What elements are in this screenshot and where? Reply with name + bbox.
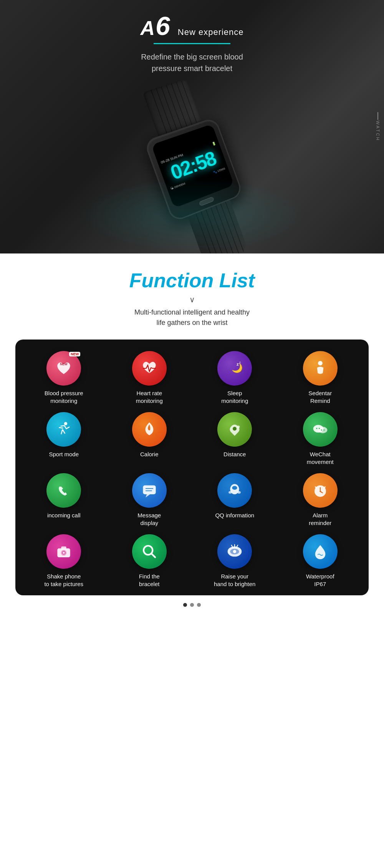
function-icon-blood-pressure: NEWNEW: [46, 351, 81, 386]
hero-tagline: New experience: [178, 27, 244, 37]
hero-underline: [154, 43, 230, 44]
function-item-distance: Distance: [194, 412, 276, 465]
watch-time: 02:58: [168, 148, 218, 183]
function-label-camera: Shake phoneto take pictures: [44, 573, 83, 588]
svg-point-12: [321, 429, 322, 431]
function-icon-sedentary: [303, 351, 338, 386]
svg-point-29: [63, 552, 65, 554]
side-label: WATCH: [376, 112, 380, 141]
svg-line-31: [151, 553, 155, 557]
function-icon-camera: [46, 534, 81, 569]
function-item-sleep: 🌙zzSleepmonitoring: [194, 351, 276, 404]
function-label-raise-hand: Raise yourhand to brighten: [214, 573, 255, 588]
function-item-camera: Shake phoneto take pictures: [23, 534, 105, 588]
watch-battery: 🔋: [211, 141, 216, 146]
function-icon-raise-hand: [217, 534, 252, 569]
function-label-message: Messagedisplay: [137, 512, 161, 527]
function-label-sleep: Sleepmonitoring: [221, 389, 248, 404]
function-item-incoming-call: incoming call: [23, 473, 105, 527]
pagination-dots: [8, 603, 376, 615]
svg-point-6: [233, 427, 237, 431]
function-item-message: Messagedisplay: [109, 473, 190, 527]
watch-screen: 05-28 SUN PM 🔋 02:58 🌤 08H06M 🐾 15566: [151, 124, 234, 208]
svg-text:z: z: [239, 361, 241, 364]
function-item-blood-pressure: NEWNEWBlood pressuremonitoring: [23, 351, 105, 404]
svg-point-11: [319, 428, 320, 429]
new-badge: NEW: [69, 352, 80, 356]
function-icon-heart-rate: [132, 351, 167, 386]
svg-point-34: [233, 550, 236, 553]
function-icon-distance: [217, 412, 252, 447]
function-icon-waterproof: [303, 534, 338, 569]
function-icon-message: [132, 473, 167, 508]
function-label-sedentary: SedentarRemind: [308, 389, 332, 404]
function-item-sedentary: SedentarRemind: [280, 351, 361, 404]
svg-point-24: [319, 491, 321, 492]
svg-text:z: z: [237, 361, 239, 366]
function-label-incoming-call: incoming call: [47, 512, 81, 519]
pagination-dot-2[interactable]: [190, 603, 194, 607]
function-item-raise-hand: Raise yourhand to brighten: [194, 534, 276, 588]
svg-point-10: [316, 428, 317, 429]
function-item-waterproof: WaterproofIP67: [280, 534, 361, 588]
function-label-alarm: Alarmreminder: [309, 512, 331, 527]
function-list-title: Function List: [8, 269, 376, 292]
svg-point-18: [232, 486, 237, 490]
function-label-sport: Sport mode: [49, 451, 79, 458]
hero-subtitle: Redefine the big screen blood pressure s…: [141, 51, 243, 74]
side-label-text: WATCH: [376, 121, 380, 141]
svg-point-19: [228, 491, 232, 494]
svg-point-9: [318, 427, 327, 433]
function-label-find-bracelet: Find thebracelet: [139, 573, 160, 588]
function-label-wechat: WeChatmovement: [307, 451, 334, 465]
svg-point-13: [323, 429, 324, 431]
function-item-alarm: Alarmreminder: [280, 473, 361, 527]
svg-text:NEW: NEW: [60, 362, 68, 366]
pagination-dot-3[interactable]: [197, 603, 201, 607]
hero-model: A6: [140, 11, 170, 41]
function-section: Function List ∨ Multi-functional intelli…: [0, 253, 384, 622]
function-item-qq: QQ information: [194, 473, 276, 527]
function-icon-alarm: [303, 473, 338, 508]
function-icon-sport: [46, 412, 81, 447]
function-grid: NEWNEWBlood pressuremonitoringHeart rate…: [23, 351, 361, 588]
function-label-heart-rate: Heart ratemonitoring: [136, 389, 163, 404]
function-label-blood-pressure: Blood pressuremonitoring: [45, 389, 83, 404]
svg-point-20: [238, 491, 241, 494]
svg-rect-26: [61, 547, 66, 550]
hero-section: A6 New experience Redefine the big scree…: [0, 0, 384, 253]
function-item-calorie: Calorie: [109, 412, 190, 465]
function-chevron: ∨: [8, 295, 376, 304]
function-label-distance: Distance: [223, 451, 246, 458]
function-icon-wechat: [303, 412, 338, 447]
function-icon-find-bracelet: [132, 534, 167, 569]
watch-illustration: 05-28 SUN PM 🔋 02:58 🌤 08H06M 🐾 15566: [112, 70, 267, 253]
pagination-dot-1[interactable]: [183, 603, 187, 607]
watch-container: 05-28 SUN PM 🔋 02:58 🌤 08H06M 🐾 15566: [96, 61, 288, 253]
svg-point-5: [64, 422, 67, 425]
function-card: NEWNEWBlood pressuremonitoringHeart rate…: [15, 340, 369, 595]
function-label-calorie: Calorie: [140, 451, 159, 458]
function-label-waterproof: WaterproofIP67: [306, 573, 334, 588]
side-label-line: [377, 112, 378, 120]
function-subtitle: Multi-functional intelligent and healthy…: [8, 307, 376, 328]
function-icon-calorie: [132, 412, 167, 447]
watch-button: [199, 197, 214, 207]
function-icon-sleep: 🌙zz: [217, 351, 252, 386]
function-item-heart-rate: Heart ratemonitoring: [109, 351, 190, 404]
function-icon-qq: [217, 473, 252, 508]
function-item-find-bracelet: Find thebracelet: [109, 534, 190, 588]
function-icon-incoming-call: [46, 473, 81, 508]
svg-point-7: [237, 426, 240, 428]
function-item-sport: Sport mode: [23, 412, 105, 465]
svg-point-4: [318, 361, 323, 366]
hero-title-area: A6 New experience: [140, 11, 243, 44]
svg-rect-14: [143, 485, 156, 494]
function-label-qq: QQ information: [215, 512, 254, 519]
function-item-wechat: WeChatmovement: [280, 412, 361, 465]
